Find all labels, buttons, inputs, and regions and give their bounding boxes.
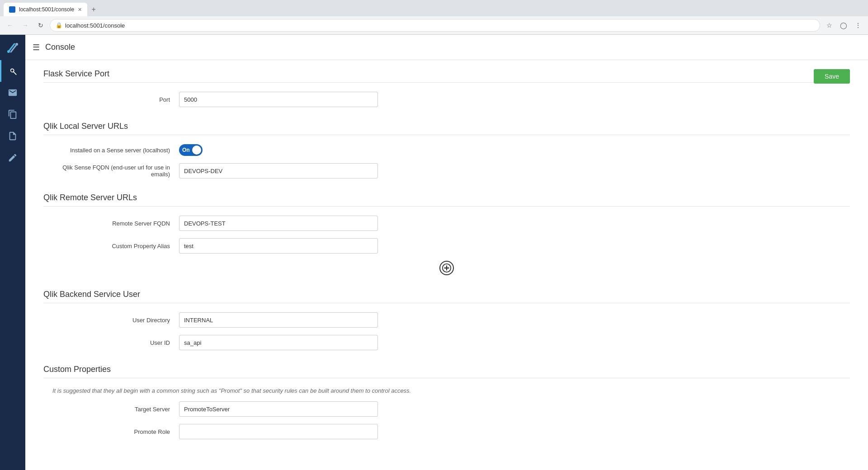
custom-properties-section: Custom Properties It is suggested that t…	[43, 365, 850, 439]
sidebar-item-mail[interactable]	[0, 82, 25, 103]
sidebar-logo	[0, 35, 25, 60]
bookmark-button[interactable]: ☆	[823, 19, 835, 32]
tab-close-button[interactable]: ✕	[78, 7, 82, 13]
app-logo-icon	[5, 40, 20, 55]
qlik-remote-server-urls-section: Qlik Remote Server URLs Remote Server FQ…	[43, 193, 850, 275]
nav-right-icons: ☆ ◯ ⋮	[823, 19, 864, 32]
sidebar-item-copy[interactable]	[0, 103, 25, 125]
target-server-input[interactable]	[179, 401, 378, 417]
new-tab-button[interactable]: +	[87, 3, 100, 16]
browser-chrome: localhost:5001/console ✕ + ← → ↻ 🔒 local…	[0, 0, 868, 35]
add-remote-server-row	[43, 261, 850, 275]
qlik-local-server-urls-section: Qlik Local Server URLs Installed on a Se…	[43, 122, 850, 179]
target-server-row: Target Server	[43, 401, 850, 417]
user-directory-input[interactable]	[179, 312, 378, 328]
user-id-label: User ID	[43, 339, 179, 346]
custom-properties-title: Custom Properties	[43, 365, 850, 378]
profile-button[interactable]: ◯	[837, 19, 850, 32]
qlik-backend-service-user-section: Qlik Backend Service User User Directory…	[43, 290, 850, 350]
sidebar-item-config[interactable]	[0, 60, 25, 82]
plus-circle-icon	[442, 263, 452, 273]
tab-favicon	[9, 6, 15, 13]
target-server-label: Target Server	[43, 406, 179, 413]
sidebar	[0, 35, 25, 470]
promote-role-input[interactable]	[179, 424, 378, 439]
custom-property-alias-label: Custom Property Alias	[43, 243, 179, 249]
installed-on-sense-row: Installed on a Sense server (localhost) …	[43, 144, 850, 156]
qlik-sense-fqdn-label: Qlik Sense FQDN (end-user url for use in…	[43, 164, 179, 178]
toggle-on-label: On	[182, 147, 190, 153]
svg-point-3	[15, 43, 18, 46]
add-remote-server-button[interactable]	[439, 261, 454, 275]
nav-bar: ← → ↻ 🔒 localhost:5001/console ☆ ◯ ⋮	[0, 16, 868, 34]
promote-role-row: Promote Role	[43, 424, 850, 439]
svg-point-2	[7, 50, 10, 53]
copy-icon	[8, 109, 18, 119]
tab-title: localhost:5001/console	[19, 6, 74, 13]
menu-button[interactable]: ⋮	[852, 19, 864, 32]
document-icon	[8, 131, 18, 141]
hamburger-menu-button[interactable]: ☰	[33, 42, 40, 52]
port-row: Port	[43, 92, 850, 107]
port-input[interactable]	[179, 92, 378, 107]
tab-bar: localhost:5001/console ✕ +	[0, 0, 868, 16]
reload-button[interactable]: ↻	[34, 19, 47, 32]
remote-server-fqdn-input[interactable]	[179, 216, 378, 231]
user-directory-row: User Directory	[43, 312, 850, 328]
forward-button[interactable]: →	[19, 19, 32, 32]
main-area: ☰ Console Save Flask Service Port Port Q…	[25, 35, 868, 470]
toggle-thumb	[192, 146, 201, 155]
installed-on-sense-toggle[interactable]: On	[179, 144, 203, 156]
top-bar: ☰ Console	[25, 35, 868, 60]
sidebar-item-pencil[interactable]	[0, 147, 25, 169]
installed-on-sense-toggle-wrap: On	[179, 144, 203, 156]
sidebar-item-document[interactable]	[0, 125, 25, 147]
content-scroll: Save Flask Service Port Port Qlik Local …	[25, 60, 868, 470]
mail-icon	[8, 88, 18, 98]
url-text: localhost:5001/console	[65, 22, 125, 29]
save-button-wrap: Save	[814, 69, 850, 84]
custom-property-alias-row: Custom Property Alias	[43, 238, 850, 254]
pencil-icon	[8, 153, 18, 163]
address-bar[interactable]: 🔒 localhost:5001/console	[50, 19, 820, 32]
installed-on-sense-label: Installed on a Sense server (localhost)	[43, 147, 179, 154]
qlik-sense-fqdn-input[interactable]	[179, 163, 378, 179]
wrench-icon	[8, 66, 18, 76]
qlik-remote-server-urls-title: Qlik Remote Server URLs	[43, 193, 850, 207]
lock-icon: 🔒	[56, 22, 62, 28]
port-label: Port	[43, 96, 179, 103]
flask-service-port-title: Flask Service Port	[43, 69, 850, 83]
user-id-input[interactable]	[179, 335, 378, 350]
flask-service-port-section: Flask Service Port Port	[43, 69, 850, 107]
qlik-local-server-urls-title: Qlik Local Server URLs	[43, 122, 850, 135]
save-button[interactable]: Save	[814, 69, 850, 84]
remote-server-fqdn-row: Remote Server FQDN	[43, 216, 850, 231]
promote-role-label: Promote Role	[43, 428, 179, 435]
custom-properties-hint: It is suggested that they all begin with…	[52, 387, 850, 394]
user-id-row: User ID	[43, 335, 850, 350]
page-title: Console	[45, 42, 75, 52]
custom-property-alias-input[interactable]	[179, 238, 378, 254]
app-layout: ☰ Console Save Flask Service Port Port Q…	[0, 35, 868, 470]
qlik-backend-service-user-title: Qlik Backend Service User	[43, 290, 850, 303]
user-directory-label: User Directory	[43, 317, 179, 324]
remote-server-fqdn-label: Remote Server FQDN	[43, 220, 179, 227]
active-tab[interactable]: localhost:5001/console ✕	[4, 3, 87, 16]
qlik-sense-fqdn-row: Qlik Sense FQDN (end-user url for use in…	[43, 163, 850, 179]
back-button[interactable]: ←	[4, 19, 16, 32]
